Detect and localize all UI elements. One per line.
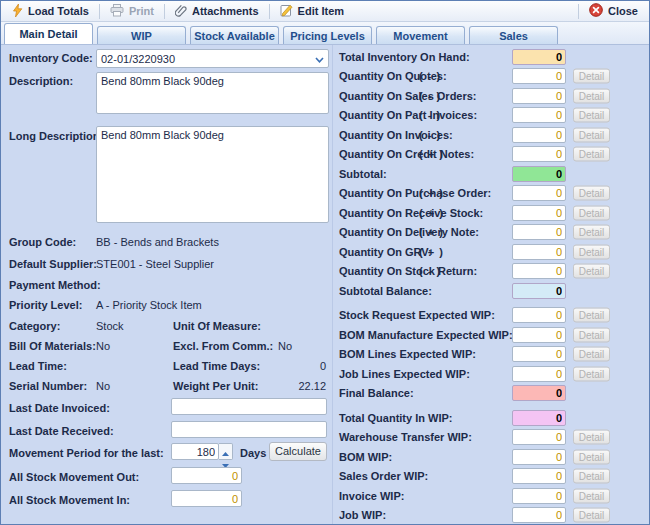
quantities-column: Total Inventory On Hand:Quantity On Quot…: [333, 45, 649, 525]
excl-from-comm-value: No: [278, 340, 292, 352]
quantity-row: Quantity On Sales Orders:( - )Detail: [333, 86, 649, 106]
quantity-row-label: BOM Lines Expected WIP:: [339, 348, 476, 360]
inventory-item-window: Load Totals Print Attachments Edit Item …: [0, 0, 650, 525]
all-stock-movement-in-field[interactable]: [171, 490, 242, 507]
quantity-value-field[interactable]: [512, 307, 566, 323]
detail-button[interactable]: Detail: [573, 308, 610, 323]
toolbar-separator: [269, 4, 270, 19]
quantity-row-label: BOM WIP:: [339, 451, 392, 463]
tab-wip[interactable]: WIP: [97, 26, 186, 44]
last-date-received-field[interactable]: [171, 421, 327, 438]
tab-main-detail[interactable]: Main Detail: [4, 23, 93, 44]
detail-button[interactable]: Detail: [573, 147, 610, 162]
days-unit-label: Days: [240, 447, 266, 459]
detail-button[interactable]: Detail: [573, 225, 610, 240]
description-field[interactable]: Bend 80mm Black 90deg: [96, 72, 329, 114]
quantity-row-label: Quantity On Credit Notes:: [339, 148, 474, 160]
quantity-row-label: Quantity On Part Invoices:: [339, 109, 477, 121]
quantity-row: Stock Request Expected WIP:Detail: [333, 306, 649, 326]
print-button[interactable]: Print: [103, 2, 161, 21]
quantity-value-field[interactable]: [512, 166, 566, 182]
quantity-row-label: Invoice WIP:: [339, 490, 404, 502]
quantity-value-field[interactable]: [512, 410, 566, 426]
last-date-received-label: Last Date Received:: [9, 425, 114, 437]
serial-number-value: No: [96, 380, 110, 392]
inventory-code-select[interactable]: 02-01/3220930: [96, 49, 329, 68]
quantity-value-field[interactable]: [512, 507, 566, 523]
detail-button[interactable]: Detail: [573, 108, 610, 123]
movement-period-stepper[interactable]: [219, 443, 233, 460]
quantity-value-field[interactable]: [512, 88, 566, 104]
quantity-row: Quantity On Delivery Note:( + )Detail: [333, 223, 649, 243]
quantity-value-field[interactable]: [512, 283, 566, 299]
attachments-label: Attachments: [192, 5, 259, 17]
detail-button[interactable]: Detail: [573, 327, 610, 342]
tab-movement[interactable]: Movement: [376, 26, 465, 44]
detail-button[interactable]: Detail: [573, 205, 610, 220]
quantity-value-field[interactable]: [512, 107, 566, 123]
quantity-value-field[interactable]: [512, 327, 566, 343]
quantity-value-field[interactable]: [512, 127, 566, 143]
chevron-down-icon: [315, 53, 324, 65]
quantity-row-label: Quantity On Stock Return:: [339, 265, 477, 277]
quantity-value-field[interactable]: [512, 224, 566, 240]
quantity-value-field[interactable]: [512, 468, 566, 484]
quantity-value-field[interactable]: [512, 366, 566, 382]
quantity-value-field[interactable]: [512, 385, 566, 401]
quantity-value-field[interactable]: [512, 146, 566, 162]
detail-button[interactable]: Detail: [573, 264, 610, 279]
close-button[interactable]: Close: [582, 2, 645, 21]
last-date-invoiced-label: Last Date Invoiced:: [9, 402, 110, 414]
detail-button[interactable]: Detail: [573, 508, 610, 523]
long-description-field[interactable]: Bend 80mm Black 90deg: [96, 126, 329, 223]
detail-button[interactable]: Detail: [573, 347, 610, 362]
quantity-row-label: Job WIP:: [339, 509, 386, 521]
group-code-value: BB - Bends and Brackets: [96, 236, 219, 248]
tab-pricing-levels[interactable]: Pricing Levels: [283, 26, 372, 44]
tab-sales[interactable]: Sales: [469, 26, 558, 44]
quantity-value-field[interactable]: [512, 346, 566, 362]
detail-button[interactable]: Detail: [573, 488, 610, 503]
detail-button[interactable]: Detail: [573, 366, 610, 381]
quantity-row-label: Stock Request Expected WIP:: [339, 309, 495, 321]
detail-button[interactable]: Detail: [573, 244, 610, 259]
quantity-value-field[interactable]: [512, 449, 566, 465]
movement-period-field[interactable]: [171, 443, 219, 460]
quantity-row: Final Balance:: [333, 384, 649, 404]
quantity-value-field[interactable]: [512, 429, 566, 445]
tab-stock-available[interactable]: Stock Available: [190, 26, 279, 44]
quantity-row: Quantity On Receive Stock:( + )Detail: [333, 203, 649, 223]
detail-button[interactable]: Detail: [573, 186, 610, 201]
detail-button[interactable]: Detail: [573, 88, 610, 103]
load-totals-button[interactable]: Load Totals: [5, 2, 96, 21]
all-stock-movement-out-field[interactable]: [171, 467, 242, 484]
sign-indicator: ( - ): [419, 129, 441, 141]
last-date-invoiced-field[interactable]: [171, 398, 327, 415]
detail-button[interactable]: Detail: [573, 449, 610, 464]
detail-button[interactable]: Detail: [573, 127, 610, 142]
quantity-row: Sales Order WIP:Detail: [333, 467, 649, 487]
quantity-value-field[interactable]: [512, 244, 566, 260]
detail-button[interactable]: Detail: [573, 69, 610, 84]
calculate-button[interactable]: Calculate: [269, 442, 327, 461]
quantity-value-field[interactable]: [512, 263, 566, 279]
detail-button[interactable]: Detail: [573, 430, 610, 445]
sign-indicator: ( + ): [419, 207, 444, 219]
sign-indicator: ( - ): [419, 109, 441, 121]
detail-button[interactable]: Detail: [573, 469, 610, 484]
quantity-value-field[interactable]: [512, 488, 566, 504]
toolbar-separator: [99, 4, 100, 19]
quantity-row: Invoice WIP:Detail: [333, 486, 649, 506]
sign-indicator: ( + ): [419, 246, 444, 258]
quantity-value-field[interactable]: [512, 68, 566, 84]
quantity-value-field[interactable]: [512, 205, 566, 221]
attachments-button[interactable]: Attachments: [168, 2, 266, 21]
lead-time-label: Lead Time:: [9, 360, 67, 372]
quantity-row-label: Total Quantity In WIP:: [339, 412, 452, 424]
all-stock-movement-in-label: All Stock Movement In:: [9, 494, 130, 506]
quantity-value-field[interactable]: [512, 49, 566, 65]
edit-item-button[interactable]: Edit Item: [273, 2, 351, 21]
quantity-row: Job WIP:Detail: [333, 506, 649, 525]
quantity-value-field[interactable]: [512, 185, 566, 201]
bill-of-materials-label: Bill Of Materials:: [9, 340, 96, 352]
